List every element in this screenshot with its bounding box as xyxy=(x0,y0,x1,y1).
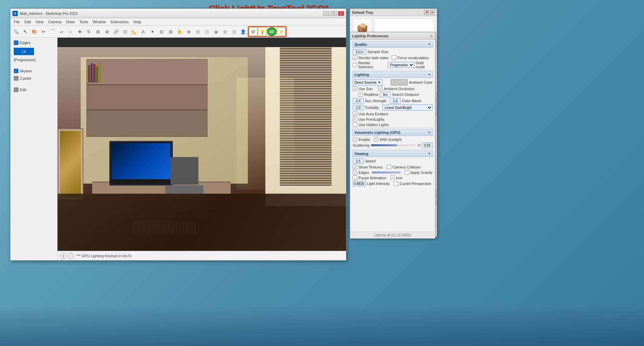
edges-slider[interactable] xyxy=(372,171,401,174)
menu-window[interactable]: Window xyxy=(91,20,108,24)
light-intensity-input[interactable] xyxy=(353,181,366,186)
two-point-checkbox[interactable]: ─ xyxy=(14,76,18,81)
sample-size-input[interactable] xyxy=(353,49,366,54)
edges-checkbox[interactable]: ✓ xyxy=(14,40,18,45)
menu-extensions[interactable]: Extensions xyxy=(109,20,131,24)
circle-tool-btn[interactable]: ○ xyxy=(66,27,75,36)
tray-pin-btn[interactable]: 📌 xyxy=(424,10,429,15)
lightup-go-btn[interactable]: GO xyxy=(267,27,276,36)
select-tool-btn[interactable]: ↖ xyxy=(21,27,30,36)
tray-close-btn[interactable]: ✕ xyxy=(430,10,435,15)
pan-btn[interactable]: ✋ xyxy=(175,27,184,36)
camera-collision-checkbox[interactable] xyxy=(387,165,391,169)
back-edges-btn[interactable]: ⊞ xyxy=(221,27,229,36)
apply-inertia-checkbox[interactable]: ✓ xyxy=(390,176,395,180)
point-lights-checkbox[interactable]: ✓ xyxy=(353,117,357,121)
text-tool-btn[interactable]: A xyxy=(139,27,148,36)
follow-tool-btn[interactable]: 🔗 xyxy=(112,27,120,36)
with-sunlight-checkbox[interactable]: ✓ xyxy=(374,137,378,142)
maximize-button[interactable]: □ xyxy=(331,11,337,16)
ambient-color-swatch[interactable] xyxy=(391,79,408,85)
lightup-settings-btn[interactable]: ⚙ xyxy=(249,27,258,36)
pause-animation-checkbox[interactable] xyxy=(353,176,357,180)
volumetric-divider xyxy=(352,149,433,149)
search-distance-input[interactable] xyxy=(380,92,390,97)
volumetric-header[interactable]: Volumetric Lighting (GPU) ▼ xyxy=(352,129,433,136)
render-selection-label: Render Selection xyxy=(358,61,384,69)
status-warning-icon[interactable]: ! xyxy=(68,253,74,259)
rect-tool-btn[interactable]: ▱ xyxy=(57,27,66,36)
direct-sources-dropdown[interactable]: Direct Sources ▼ xyxy=(353,79,383,85)
lit-item[interactable]: Lit xyxy=(12,47,55,56)
skybox-item[interactable]: ✓ Skybox xyxy=(12,68,55,74)
menu-edit[interactable]: Edit xyxy=(23,20,33,24)
axes-tool-btn[interactable]: ✦ xyxy=(148,27,157,36)
push-tool-btn[interactable]: ⊕ xyxy=(103,27,111,36)
lighting-header[interactable]: Lighting ▼ xyxy=(352,71,433,78)
realtime-checkbox[interactable]: ✓ xyxy=(358,92,363,97)
speed-row: Speed xyxy=(352,158,433,164)
offset-tool-btn[interactable]: ⊡ xyxy=(121,27,129,36)
menu-tools[interactable]: Tools xyxy=(77,20,90,24)
scattering-thumb xyxy=(418,144,420,147)
edges-item[interactable]: ✓ Edges xyxy=(12,40,55,46)
arc-tool-btn[interactable]: ⌒ xyxy=(48,27,57,36)
speed-input[interactable] xyxy=(353,158,364,164)
force-recalc-checkbox[interactable] xyxy=(392,55,396,60)
close-button[interactable]: ✕ xyxy=(338,11,344,16)
person-btn[interactable]: 👤 xyxy=(239,27,248,36)
scale-tool-btn[interactable]: ⊞ xyxy=(93,27,102,36)
menu-draw[interactable]: Draw xyxy=(64,20,77,24)
scattering-input[interactable] xyxy=(422,143,432,148)
two-point-item[interactable]: ─ 2-point xyxy=(12,75,55,81)
render-both-sides-checkbox[interactable]: ✓ xyxy=(353,55,357,60)
orbit-btn[interactable]: ⊗ xyxy=(184,27,193,36)
zoom-win-btn[interactable]: ⊞ xyxy=(166,27,175,36)
volumetric-enable-checkbox[interactable]: ✓ xyxy=(353,137,357,142)
zoom-tool-btn[interactable]: 🔍 xyxy=(12,27,21,36)
turbidity-input[interactable] xyxy=(353,105,364,110)
point-lights-label: Use PointLights xyxy=(358,117,384,121)
edges-viewing-checkbox[interactable]: ✓ xyxy=(353,170,357,175)
use-sun-checkbox[interactable]: ✓ xyxy=(353,86,357,91)
menu-camera[interactable]: Camera xyxy=(46,20,63,24)
lightup-config-btn[interactable]: ⚡ xyxy=(277,27,286,36)
sun-strength-input[interactable] xyxy=(353,98,364,104)
lightup-light-btn[interactable]: 💡 xyxy=(258,27,267,36)
skybox-checkbox[interactable]: ✓ xyxy=(14,69,18,73)
menu-file[interactable]: File xyxy=(12,20,22,24)
rotate-tool-btn[interactable]: ↻ xyxy=(84,27,93,36)
menu-help[interactable]: Help xyxy=(131,20,143,24)
tone-mapping-select[interactable]: Linear Dark/Bright xyxy=(382,105,432,111)
show-textures-checkbox[interactable]: ✓ xyxy=(353,165,357,169)
status-info-icon[interactable]: ℹ xyxy=(60,253,66,259)
hidden-lights-checkbox[interactable] xyxy=(353,122,357,127)
mode-select[interactable]: Progressive Draft xyxy=(388,62,414,68)
tape-tool-btn[interactable]: 📐 xyxy=(130,27,139,36)
render-both-sides-label: Render both sides xyxy=(358,56,388,60)
pencil-tool-btn[interactable]: ✏ xyxy=(39,27,48,36)
hidden-geo-btn[interactable]: ⊟ xyxy=(230,27,238,36)
section-fill-btn[interactable]: ⊡ xyxy=(202,27,211,36)
minimize-button[interactable]: ─ xyxy=(323,11,329,16)
section-cut-btn[interactable]: ⊞ xyxy=(193,27,202,36)
menu-view[interactable]: View xyxy=(34,20,46,24)
two-point-persp-checkbox[interactable] xyxy=(394,182,398,186)
render-selection-checkbox[interactable] xyxy=(353,63,357,67)
move-tool-btn[interactable]: ✥ xyxy=(75,27,84,36)
viewing-header[interactable]: Viewing ▼ xyxy=(352,150,433,157)
lu-close-btn[interactable]: ✕ xyxy=(430,34,433,38)
sun-strength-label: Sun Strength xyxy=(365,99,386,103)
zoom-ext-btn[interactable]: ⊟ xyxy=(157,27,166,36)
ambient-occlusion-checkbox[interactable]: ✓ xyxy=(378,86,382,91)
quality-header[interactable]: Quality ▼ xyxy=(352,41,433,48)
color-bleed-input[interactable] xyxy=(390,98,401,104)
edit-checkbox[interactable]: ─ xyxy=(14,87,18,92)
lit-button[interactable]: Lit xyxy=(14,48,34,55)
xray-btn[interactable]: ◉ xyxy=(212,27,220,36)
scattering-slider[interactable] xyxy=(371,144,416,146)
area-emitters-checkbox[interactable]: ✓ xyxy=(353,112,357,116)
paint-tool-btn[interactable]: 🎨 xyxy=(30,27,39,36)
edit-item[interactable]: ─ Edit xyxy=(12,87,55,93)
apply-gravity-checkbox[interactable] xyxy=(405,170,409,175)
